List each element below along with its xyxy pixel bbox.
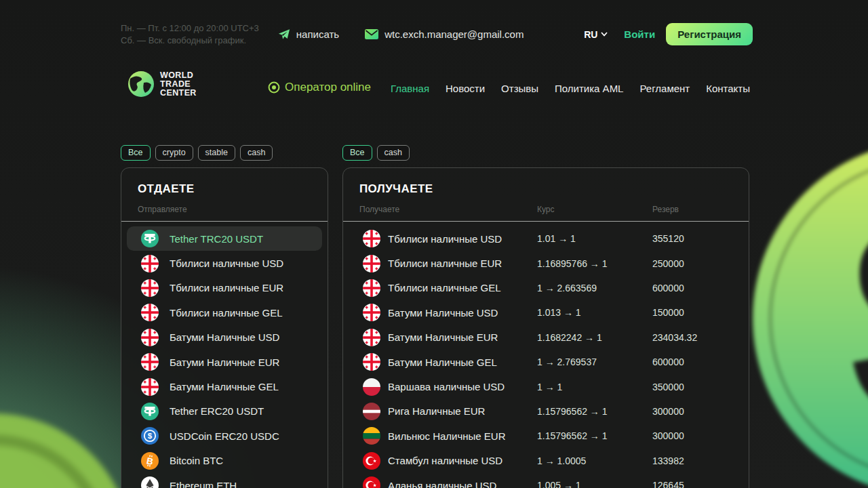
georgia-flag-icon bbox=[141, 378, 159, 396]
give-currency-row[interactable]: Батуми Наличные EUR bbox=[138, 350, 311, 374]
working-hours-line2: Сб. — Вск. свободный график. bbox=[121, 35, 259, 47]
georgia-flag-icon bbox=[141, 353, 159, 371]
reserve-amount: 355120 bbox=[652, 233, 732, 244]
telegram-icon bbox=[278, 28, 290, 40]
site-logo[interactable]: WORLD TRADE CENTER bbox=[126, 69, 197, 99]
get-currency-name: Стамбул наличные USD bbox=[388, 455, 537, 466]
get-currency-name: Рига Наличные EUR bbox=[388, 405, 537, 417]
reserve-amount: 600000 bbox=[652, 357, 732, 367]
telegram-write-link[interactable]: написать bbox=[278, 28, 339, 40]
give-currency-row[interactable]: $USDCoin ERC20 USDC bbox=[138, 424, 311, 448]
nav-item[interactable]: Контакты bbox=[706, 83, 750, 94]
divider bbox=[343, 221, 749, 222]
get-currency-row[interactable]: Батуми Наличные GEL1 → 2.769537600000 bbox=[359, 350, 732, 374]
language-selector[interactable]: RU bbox=[584, 29, 608, 40]
poland-flag-icon bbox=[363, 378, 380, 396]
give-currency-row[interactable]: BBitcoin BTC bbox=[138, 449, 311, 473]
filter-chip[interactable]: crypto bbox=[155, 145, 193, 161]
give-currency-row[interactable]: Tether TRC20 USDT bbox=[127, 226, 322, 251]
get-currency-row[interactable]: Батуми Наличные EUR1.1682242 → 1234034.3… bbox=[359, 325, 732, 350]
reserve-amount: 133982 bbox=[652, 455, 732, 466]
logo-line-1: WORLD bbox=[160, 71, 197, 80]
nav-item[interactable]: Главная bbox=[391, 83, 429, 94]
exchange-rate: 1.01 → 1 bbox=[537, 233, 652, 244]
exchange-rate: 1.16895766 → 1 bbox=[537, 258, 652, 269]
give-currency-row[interactable]: Тбилиси наличные EUR bbox=[138, 276, 311, 300]
exchange-rate: 1.1682242 → 1 bbox=[537, 332, 652, 343]
reserve-amount: 350000 bbox=[652, 382, 732, 392]
give-currency-row[interactable]: Тбилиси наличные GEL bbox=[138, 300, 311, 325]
register-button[interactable]: Регистрация bbox=[666, 23, 753, 45]
nav-item[interactable]: Регламент bbox=[639, 83, 690, 94]
give-currency-row[interactable]: Ethereum ETH bbox=[138, 473, 311, 488]
get-currency-row[interactable]: Рига Наличные EUR1.15796562 → 1300000 bbox=[359, 399, 732, 424]
filter-chip[interactable]: Все bbox=[342, 145, 372, 161]
filter-chip[interactable]: cash bbox=[377, 145, 410, 161]
reserve-amount: 300000 bbox=[652, 430, 732, 441]
reserve-amount: 300000 bbox=[652, 406, 732, 417]
exchange-rate: 1.013 → 1 bbox=[537, 307, 652, 318]
turkey-flag-icon bbox=[363, 476, 380, 488]
give-currency-name: Тбилиси наличные EUR bbox=[170, 282, 283, 293]
dollar-coin-decoration: $ bbox=[745, 133, 868, 488]
main-navigation: ГлавнаяНовостиОтзывыПолитика AMLРегламен… bbox=[391, 83, 750, 94]
get-columns-header: Получаете Курс Резерв bbox=[359, 205, 732, 214]
get-currency-name: Варшава наличные USD bbox=[388, 381, 537, 392]
give-currency-row[interactable]: Tether ERC20 USDT bbox=[138, 399, 311, 424]
georgia-flag-icon bbox=[141, 304, 159, 321]
reserve-amount: 600000 bbox=[652, 283, 732, 293]
give-list: Tether TRC20 USDTТбилиси наличные USDТби… bbox=[138, 226, 311, 488]
bitcoin-icon: B bbox=[141, 452, 159, 470]
login-link[interactable]: Войти bbox=[624, 28, 655, 40]
get-currency-row[interactable]: Варшава наличные USD1 → 1350000 bbox=[359, 374, 732, 399]
get-currency-name: Тбилиси наличные EUR bbox=[388, 258, 537, 269]
usdc-icon: $ bbox=[141, 427, 159, 445]
email-address: wtc.exch.manager@gmail.com bbox=[384, 28, 524, 40]
working-hours: Пн. — Пт. с 12:00 до 20:00 UTC+3 Сб. — В… bbox=[121, 22, 259, 46]
get-list: Тбилиси наличные USD1.01 → 1355120Тбилис… bbox=[359, 226, 732, 488]
nav-item[interactable]: Политика AML bbox=[555, 83, 623, 94]
give-currency-name: Батуми Наличные GEL bbox=[170, 381, 279, 392]
exchange-rate: 1 → 2.663569 bbox=[537, 283, 652, 293]
nav-item[interactable]: Отзывы bbox=[501, 83, 538, 94]
reserve-amount: 250000 bbox=[652, 258, 732, 269]
exchange-rate: 1 → 1 bbox=[537, 382, 652, 392]
give-panel: ОТДАЕТЕ Отправляете Tether TRC20 USDTТби… bbox=[121, 167, 328, 488]
get-currency-row[interactable]: Батуми Наличные USD1.013 → 1150000 bbox=[359, 300, 732, 325]
get-currency-name: Аланья наличные USD bbox=[388, 480, 537, 488]
georgia-flag-icon bbox=[141, 329, 159, 346]
tether-icon bbox=[141, 230, 159, 247]
get-currency-name: Тбилиси наличные GEL bbox=[388, 282, 537, 293]
exchange-rate: 1.005 → 1 bbox=[537, 480, 652, 488]
filter-chip[interactable]: stable bbox=[198, 145, 235, 161]
lithuania-flag-icon bbox=[363, 427, 380, 445]
exchange-rate: 1 → 1.0005 bbox=[537, 455, 652, 466]
georgia-flag-icon bbox=[363, 353, 380, 371]
nav-item[interactable]: Новости bbox=[446, 83, 485, 94]
give-currency-row[interactable]: Батуми Наличные GEL bbox=[138, 374, 311, 399]
get-currency-row[interactable]: Тбилиси наличные USD1.01 → 1355120 bbox=[359, 226, 732, 251]
give-currency-name: Ethereum ETH bbox=[170, 480, 237, 488]
language-code: RU bbox=[584, 29, 597, 40]
globe-icon bbox=[126, 69, 156, 99]
reserve-amount: 126645 bbox=[652, 480, 732, 488]
get-currency-row[interactable]: Стамбул наличные USD1 → 1.0005133982 bbox=[359, 449, 732, 473]
get-currency-row[interactable]: Тбилиси наличные EUR1.16895766 → 1250000 bbox=[359, 251, 732, 275]
get-filter-chips: Всеcash bbox=[342, 145, 410, 161]
get-currency-name: Батуми Наличные GEL bbox=[388, 357, 537, 368]
filter-chip[interactable]: Все bbox=[121, 145, 151, 161]
give-currency-name: Тбилиси наличные GEL bbox=[170, 307, 282, 319]
page: $ Пн. — Пт. с 12:00 до 20:00 UTC+3 Сб. —… bbox=[0, 0, 868, 488]
logo-line-2: TRADE bbox=[160, 80, 197, 89]
get-currency-row[interactable]: Аланья наличные USD1.005 → 1126645 bbox=[359, 473, 732, 488]
ethereum-icon bbox=[141, 476, 159, 488]
give-currency-row[interactable]: Тбилиси наличные USD bbox=[138, 251, 311, 275]
get-currency-name: Батуми Наличные USD bbox=[388, 307, 537, 319]
filter-chip[interactable]: cash bbox=[240, 145, 273, 161]
georgia-flag-icon bbox=[363, 279, 380, 297]
get-currency-row[interactable]: Тбилиси наличные GEL1 → 2.663569600000 bbox=[359, 276, 732, 300]
get-currency-row[interactable]: Вильнюс Наличные EUR1.15796562 → 1300000 bbox=[359, 424, 732, 448]
give-currency-row[interactable]: Батуми Наличные USD bbox=[138, 325, 311, 350]
email-link[interactable]: wtc.exch.manager@gmail.com bbox=[365, 28, 524, 40]
svg-text:$: $ bbox=[148, 432, 153, 441]
